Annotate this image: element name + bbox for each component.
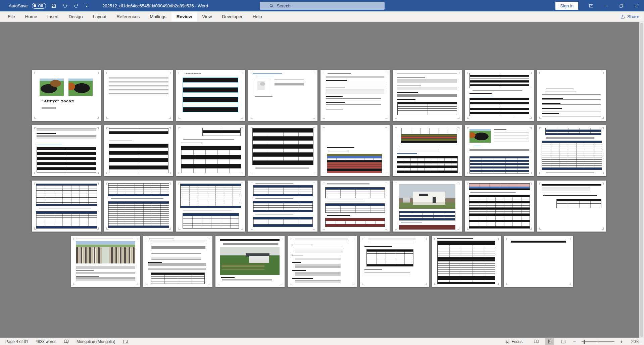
page-thumbnail-19[interactable] xyxy=(176,181,245,232)
cows2-image xyxy=(68,79,93,96)
page-thumbnail-15[interactable] xyxy=(465,125,534,176)
text-lines xyxy=(473,90,522,91)
fig-image xyxy=(255,79,271,94)
zoom-slider-center-tick xyxy=(598,341,598,343)
ribbon-tab-home[interactable]: Home xyxy=(20,11,42,21)
page-thumbnail-20[interactable] xyxy=(248,181,317,232)
page-thumbnail-10[interactable] xyxy=(104,125,173,176)
sign-in-button[interactable]: Sign in xyxy=(555,2,578,10)
table-thumb xyxy=(36,184,97,206)
search-box[interactable]: Search xyxy=(260,2,385,10)
page-thumbnail-16[interactable] xyxy=(537,125,606,176)
customize-qat-button[interactable] xyxy=(84,2,89,10)
zoom-level[interactable]: 20% xyxy=(629,339,639,344)
close-icon xyxy=(634,4,639,8)
page-thumbnail-28[interactable] xyxy=(288,236,357,287)
close-button[interactable] xyxy=(629,0,644,11)
share-icon xyxy=(620,14,625,19)
heading-line xyxy=(397,92,418,93)
minimize-button[interactable] xyxy=(599,0,614,11)
text-lines xyxy=(473,118,514,119)
page-thumbnail-6[interactable] xyxy=(393,70,462,121)
ribbon-tab-mailings[interactable]: Mailings xyxy=(145,11,171,21)
vertical-scrollbar[interactable] xyxy=(639,22,644,338)
page-indicator[interactable]: Page 4 of 31 xyxy=(5,339,28,344)
text-lines xyxy=(255,214,293,215)
heading-line xyxy=(546,92,577,92)
scrollbar-thumb[interactable] xyxy=(640,23,643,337)
ribbon-display-options-button[interactable] xyxy=(584,0,599,11)
text-lines xyxy=(223,242,278,246)
heading-line xyxy=(328,151,349,151)
autosave-toggle[interactable]: Off xyxy=(32,3,46,9)
zoom-slider-thumb[interactable] xyxy=(584,340,585,344)
page-thumbnail-23[interactable] xyxy=(465,181,534,232)
ribbon-tab-insert[interactable]: Insert xyxy=(42,11,64,21)
zoom-slider[interactable] xyxy=(582,341,614,342)
table-thumb xyxy=(469,156,529,174)
page-thumbnail-4[interactable] xyxy=(248,70,317,121)
language-indicator[interactable]: Mongolian (Mongolia) xyxy=(77,339,115,344)
status-right: Focus − + 20% xyxy=(505,338,644,345)
page-thumbnail-21[interactable] xyxy=(320,181,390,232)
page-thumbnail-18[interactable] xyxy=(104,181,173,232)
zoom-out-button[interactable]: − xyxy=(572,339,577,344)
ribbon-tab-references[interactable]: References xyxy=(111,11,145,21)
heading-line xyxy=(253,73,282,74)
page-thumbnail-2[interactable] xyxy=(104,70,173,121)
ribbon-tab-help[interactable]: Help xyxy=(248,11,267,21)
page-thumbnail-11[interactable] xyxy=(176,125,245,176)
print-layout-button[interactable] xyxy=(545,338,554,345)
heading-line xyxy=(437,238,473,239)
restore-button[interactable] xyxy=(614,0,629,11)
page-thumbnail-1[interactable]: “Ангус” төсөл xyxy=(32,70,101,121)
save-button[interactable] xyxy=(50,2,57,10)
page-thumbnail-3[interactable]: I. ТӨСЛИЙН ТОВЧ ТАНИЛЦУУЛГА xyxy=(176,70,245,121)
page-thumbnail-27[interactable] xyxy=(215,236,285,287)
text-lines xyxy=(255,167,309,170)
ribbon-tab-view[interactable]: View xyxy=(197,11,217,21)
ribbon-tab-design[interactable]: Design xyxy=(64,11,88,21)
autosave-state: Off xyxy=(38,4,43,8)
word-count[interactable]: 4838 words xyxy=(36,339,56,344)
text-lines xyxy=(255,183,293,184)
read-mode-button[interactable] xyxy=(532,338,541,345)
undo-icon xyxy=(62,3,68,8)
page-thumbnail-26[interactable] xyxy=(143,236,212,287)
table-thumb xyxy=(108,183,169,197)
page-thumbnail-30[interactable] xyxy=(432,236,501,287)
minimize-icon xyxy=(604,4,608,8)
redo-button[interactable] xyxy=(73,2,80,10)
page-row xyxy=(32,181,644,232)
page-thumbnail-29[interactable] xyxy=(360,236,429,287)
page-thumbnail-5[interactable] xyxy=(320,70,390,121)
share-button[interactable]: Share xyxy=(620,11,639,21)
ribbon-tab-review[interactable]: Review xyxy=(171,11,197,21)
web-layout-button[interactable] xyxy=(559,338,567,345)
text-lines xyxy=(397,73,457,76)
text-lines xyxy=(326,104,381,107)
page-thumbnail-12[interactable] xyxy=(248,125,317,176)
macro-record-button[interactable] xyxy=(123,339,128,344)
page-thumbnail-13[interactable] xyxy=(320,125,390,176)
page-thumbnail-17[interactable] xyxy=(32,181,101,232)
page-thumbnail-8[interactable] xyxy=(537,70,606,121)
undo-button[interactable] xyxy=(61,2,68,10)
page-thumbnail-7[interactable] xyxy=(465,70,534,121)
page-thumbnail-25[interactable] xyxy=(71,236,140,287)
proofing-status-button[interactable] xyxy=(64,339,69,344)
ribbon-tab-developer[interactable]: Developer xyxy=(217,11,248,21)
page-thumbnail-14[interactable] xyxy=(393,125,462,176)
ribbon-tab-layout[interactable]: Layout xyxy=(88,11,112,21)
focus-button[interactable]: Focus xyxy=(505,339,523,344)
page-thumbnail-22[interactable] xyxy=(393,181,462,232)
zoom-in-button[interactable]: + xyxy=(619,339,624,344)
table-thumb xyxy=(469,195,530,229)
table-thumb xyxy=(253,201,312,212)
page-thumbnail-31[interactable] xyxy=(504,236,573,287)
page-thumbnail-24[interactable] xyxy=(537,181,606,232)
ribbon-tab-file[interactable]: File xyxy=(3,11,20,21)
focus-label: Focus xyxy=(511,339,523,344)
page-thumbnail-9[interactable] xyxy=(32,125,101,176)
text-lines xyxy=(473,96,493,97)
